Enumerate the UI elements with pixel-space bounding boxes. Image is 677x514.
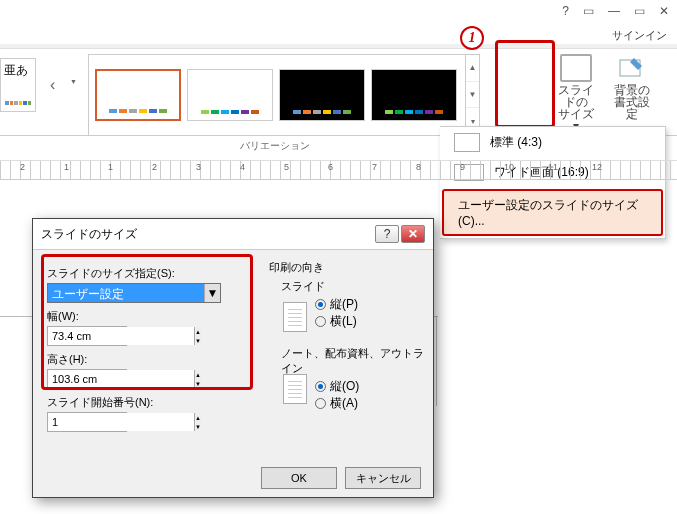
spin-up-icon[interactable]: ▲	[195, 327, 201, 336]
print-orientation-label: 印刷の向き	[269, 260, 433, 275]
scroll-up-icon[interactable]: ▲	[466, 55, 479, 82]
slide-size-button[interactable]: スライドの サイズ ▾	[551, 50, 601, 136]
page-orientation-icon	[283, 302, 307, 332]
size-spec-value: ユーザー設定	[48, 284, 204, 302]
startnum-spinner[interactable]: ▲▼	[47, 412, 127, 432]
prev-arrow-icon[interactable]: ‹	[50, 76, 55, 94]
variation-label: バリエーション	[240, 139, 310, 153]
radio-portrait-o[interactable]: 縦(O)	[315, 378, 433, 395]
variation-scroll: ▲ ▼ ▾	[465, 55, 479, 135]
radio-landscape-a[interactable]: 横(A)	[315, 395, 433, 412]
dialog-titlebar: スライドのサイズ ? ✕	[33, 219, 433, 250]
radio-icon	[315, 381, 326, 392]
spin-down-icon[interactable]: ▼	[195, 336, 201, 345]
dialog-help-button[interactable]: ?	[375, 225, 399, 243]
page-orientation-icon	[283, 374, 307, 404]
dialog-title: スライドのサイズ	[41, 226, 137, 243]
radio-landscape-l[interactable]: 横(L)	[315, 313, 433, 330]
help-icon[interactable]: ?	[562, 4, 569, 18]
minimize-icon[interactable]: —	[608, 4, 620, 18]
slide-sublabel: スライド	[281, 279, 433, 294]
spin-up-icon[interactable]: ▲	[195, 370, 201, 379]
font-preview[interactable]: 亜あ	[0, 58, 36, 112]
spin-down-icon[interactable]: ▼	[195, 379, 201, 388]
notes-sublabel: ノート、配布資料、アウトライン	[281, 346, 433, 376]
font-dropdown-icon[interactable]: ▼	[70, 78, 77, 85]
restore-icon[interactable]: ▭	[634, 4, 645, 18]
width-spinner[interactable]: ▲▼	[47, 326, 127, 346]
slide-edge	[436, 316, 437, 406]
ruler-numbers: 21123456789101112	[0, 162, 677, 176]
radio-icon	[315, 299, 326, 310]
format-background-icon	[616, 54, 648, 82]
slide-size-menu: 標準 (4:3) ワイド画面 (16:9) ユーザー設定のスライドのサイズ(C)…	[440, 126, 666, 239]
close-icon[interactable]: ✕	[659, 4, 669, 18]
spin-up-icon[interactable]: ▲	[195, 413, 201, 422]
variation-thumb[interactable]	[279, 69, 365, 121]
variation-thumb[interactable]	[187, 69, 273, 121]
variation-thumb[interactable]	[95, 69, 181, 121]
background-format-button[interactable]: 背景の 書式設定	[607, 50, 657, 136]
scroll-down-icon[interactable]: ▼	[466, 82, 479, 109]
spin-down-icon[interactable]: ▼	[195, 422, 201, 431]
badge-1: 1	[460, 26, 484, 50]
variation-thumb[interactable]	[371, 69, 457, 121]
ok-button[interactable]: OK	[261, 467, 337, 489]
font-preview-text: 亜あ	[4, 63, 28, 77]
window-controls: ? ▭ — ▭ ✕	[562, 4, 669, 18]
slide-size-icon	[560, 54, 592, 82]
height-input[interactable]	[48, 370, 194, 388]
ribbon-options-icon[interactable]: ▭	[583, 4, 594, 18]
ribbon-customize-group: スライドの サイズ ▾ 背景の 書式設定	[551, 50, 657, 136]
cancel-button[interactable]: キャンセル	[345, 467, 421, 489]
radio-icon	[315, 398, 326, 409]
ratio-icon	[454, 133, 480, 152]
size-spec-combo[interactable]: ユーザー設定 ▼	[47, 283, 221, 303]
radio-icon	[315, 316, 326, 327]
callout-box-1	[495, 40, 555, 128]
chevron-down-icon[interactable]: ▼	[204, 284, 220, 302]
menu-custom-size[interactable]: ユーザー設定のスライドのサイズ(C)...	[442, 189, 663, 236]
startnum-input[interactable]	[48, 413, 194, 431]
dialog-close-button[interactable]: ✕	[401, 225, 425, 243]
variation-gallery: ▲ ▼ ▾	[88, 54, 480, 136]
radio-portrait-p[interactable]: 縦(P)	[315, 296, 433, 313]
width-input[interactable]	[48, 327, 194, 345]
menu-standard-43[interactable]: 標準 (4:3)	[440, 127, 665, 158]
signin-link[interactable]: サインイン	[612, 28, 667, 43]
height-spinner[interactable]: ▲▼	[47, 369, 127, 389]
slide-size-dialog: スライドのサイズ ? ✕ スライドのサイズ指定(S): ユーザー設定 ▼ 幅(W…	[32, 218, 434, 498]
